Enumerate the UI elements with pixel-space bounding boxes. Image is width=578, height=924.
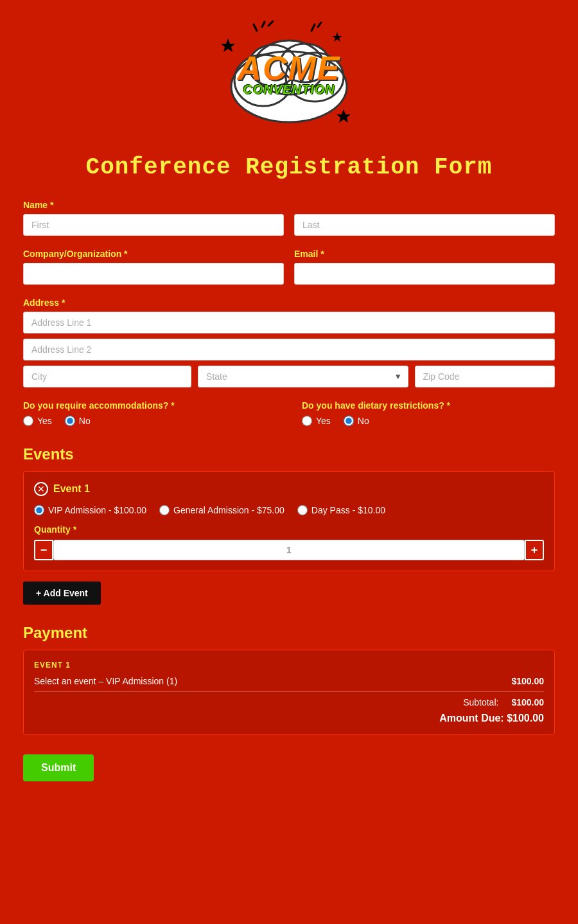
accommodations-yes-radio[interactable]: [23, 416, 33, 426]
name-label: Name *: [23, 200, 284, 210]
accommodations-group: Do you require accommodations? * Yes No: [23, 400, 276, 426]
dietary-yes-label: Yes: [316, 416, 331, 426]
dietary-label: Do you have dietary restrictions? *: [302, 400, 555, 411]
accommodations-yes-option[interactable]: Yes: [23, 416, 52, 426]
day-pass-option[interactable]: Day Pass - $10.00: [297, 505, 385, 515]
payment-line-description: Select an event – VIP Admission (1): [34, 676, 177, 686]
dietary-yes-radio[interactable]: [302, 416, 312, 426]
payment-divider: [34, 691, 544, 692]
zip-input[interactable]: [415, 366, 555, 387]
vip-admission-radio[interactable]: [34, 505, 44, 515]
dietary-no-label: No: [358, 416, 369, 426]
dietary-no-option[interactable]: No: [344, 416, 369, 426]
quantity-decrease-button[interactable]: −: [34, 540, 53, 560]
quantity-label: Quantity *: [34, 524, 544, 535]
event-1-header: ✕ Event 1: [34, 482, 544, 496]
day-pass-label: Day Pass - $10.00: [311, 505, 385, 515]
last-name-input[interactable]: [294, 214, 555, 236]
city-input[interactable]: [23, 366, 191, 387]
events-section-title: Events: [23, 445, 555, 463]
dietary-group: Do you have dietary restrictions? * Yes …: [302, 400, 555, 426]
accommodations-no-radio[interactable]: [65, 416, 75, 426]
amount-due-text: Amount Due: $100.00: [439, 713, 544, 724]
email-label: Email *: [294, 249, 555, 259]
address-label: Address *: [23, 298, 555, 308]
page-title: Conference Registration Form: [23, 154, 555, 181]
dietary-yes-option[interactable]: Yes: [302, 416, 331, 426]
event-1-title: Event 1: [53, 483, 90, 495]
address-line2-input[interactable]: [23, 339, 555, 360]
company-email-row: Company/Organization * Email *: [23, 249, 555, 285]
vip-admission-option[interactable]: VIP Admission - $100.00: [34, 505, 146, 515]
event-1-close-button[interactable]: ✕: [34, 482, 48, 496]
logo-cloud: ACME CONVENTION: [218, 19, 360, 135]
accommodations-no-option[interactable]: No: [65, 416, 91, 426]
svg-line-5: [268, 21, 273, 26]
svg-line-7: [318, 22, 321, 27]
payment-line-item: Select an event – VIP Admission (1) $100…: [34, 676, 544, 686]
name-row: Name * Name: [23, 200, 555, 236]
svg-line-3: [254, 24, 257, 31]
admission-options: VIP Admission - $100.00 General Admissio…: [34, 505, 544, 515]
payment-section-title: Payment: [23, 624, 555, 642]
subtotal-line: Subtotal: $100.00: [34, 697, 544, 707]
payment-line-amount: $100.00: [511, 676, 544, 686]
subtotal-amount: $100.00: [511, 697, 544, 707]
general-admission-label: General Admission - $75.00: [173, 505, 285, 515]
day-pass-radio[interactable]: [297, 505, 308, 515]
logo-area: ACME CONVENTION: [23, 0, 555, 141]
first-name-input[interactable]: [23, 214, 284, 236]
logo-acme-text: ACME: [237, 51, 340, 85]
svg-marker-1: [337, 109, 351, 123]
amount-due-line: Amount Due: $100.00: [34, 713, 544, 724]
general-admission-option[interactable]: General Admission - $75.00: [159, 505, 285, 515]
accommodations-yes-label: Yes: [37, 416, 52, 426]
svg-marker-0: [221, 39, 235, 52]
submit-button[interactable]: Submit: [23, 754, 94, 781]
svg-line-4: [262, 22, 265, 27]
quantity-increase-button[interactable]: +: [525, 540, 544, 560]
event-1-card: ✕ Event 1 VIP Admission - $100.00 Genera…: [23, 471, 555, 571]
accommodations-no-label: No: [79, 416, 91, 426]
vip-admission-label: VIP Admission - $100.00: [48, 505, 146, 515]
state-select[interactable]: State AL AK AZ CA CO FL GA NY TX: [198, 366, 408, 387]
email-input[interactable]: [294, 263, 555, 285]
quantity-input[interactable]: [53, 540, 525, 560]
subtotal-label: Subtotal:: [463, 697, 498, 707]
company-input[interactable]: [23, 263, 284, 285]
payment-card: EVENT 1 Select an event – VIP Admission …: [23, 650, 555, 735]
accommodations-label: Do you require accommodations? *: [23, 400, 276, 411]
general-admission-radio[interactable]: [159, 505, 170, 515]
address-section: Address * State AL AK AZ CA CO FL GA: [23, 298, 555, 387]
company-label: Company/Organization *: [23, 249, 284, 259]
radio-questions-row: Do you require accommodations? * Yes No …: [23, 400, 555, 426]
add-event-button[interactable]: + Add Event: [23, 582, 101, 605]
quantity-control: − +: [34, 540, 544, 560]
dietary-no-radio[interactable]: [344, 416, 354, 426]
svg-marker-2: [332, 32, 342, 42]
address-line1-input[interactable]: [23, 312, 555, 333]
payment-event-label: EVENT 1: [34, 661, 544, 670]
svg-line-6: [311, 24, 315, 31]
